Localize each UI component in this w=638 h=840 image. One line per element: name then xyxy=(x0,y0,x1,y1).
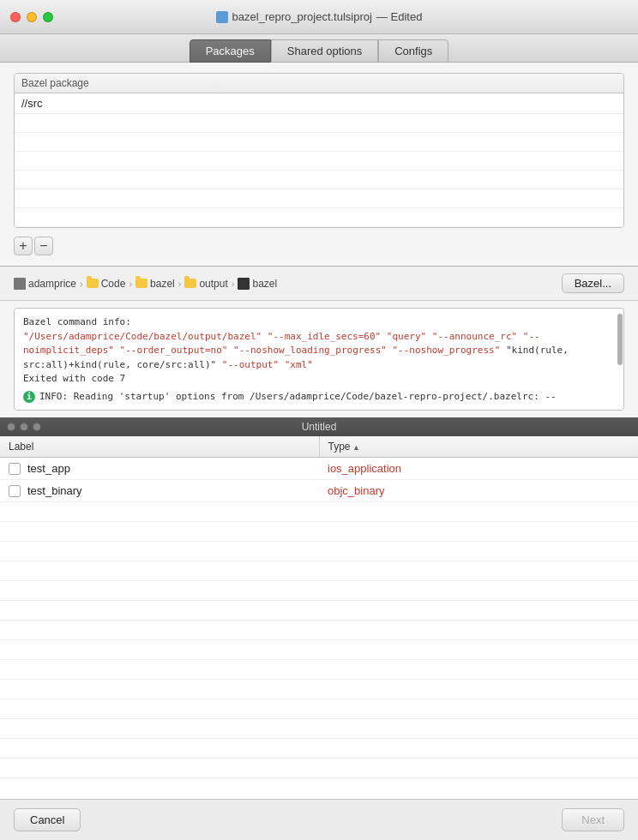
empty-row-8 xyxy=(0,640,638,660)
row-1-type: objc_binary xyxy=(319,480,638,502)
empty-row-2 xyxy=(0,522,638,542)
breadcrumb-bazel-label: bazel xyxy=(150,278,175,290)
log-exit-code: Exited with code 7 xyxy=(23,373,125,384)
breadcrumb-sep-4: › xyxy=(232,279,235,289)
breadcrumb: adamprice › Code › bazel › output › baze… xyxy=(14,278,277,290)
breadcrumb-sep-3: › xyxy=(178,279,182,289)
scroll-thumb[interactable] xyxy=(617,314,623,365)
package-row-3[interactable] xyxy=(15,152,623,171)
breadcrumb-sep-2: › xyxy=(129,279,132,289)
package-table: Bazel package //src xyxy=(14,73,624,228)
breadcrumb-sep-1: › xyxy=(80,279,83,289)
empty-row-14 xyxy=(0,759,638,778)
breadcrumb-output[interactable]: output xyxy=(184,278,227,290)
mini-close[interactable] xyxy=(7,423,15,431)
log-command-line: "/Users/adamprice/Code/bazel/output/baze… xyxy=(23,331,569,370)
row-1-checkbox[interactable] xyxy=(9,485,21,497)
log-info-text: INFO: Reading 'startup' options from /Us… xyxy=(39,390,557,405)
col-header-label[interactable]: Label xyxy=(0,436,319,458)
table-row[interactable]: test_app ios_application xyxy=(0,458,638,480)
remove-package-button[interactable]: − xyxy=(34,237,53,255)
tab-configs[interactable]: Configs xyxy=(378,39,448,63)
bazel-button[interactable]: Bazel... xyxy=(562,273,624,293)
filename-label: bazel_repro_project.tulsiproj xyxy=(232,10,372,23)
cancel-button[interactable]: Cancel xyxy=(14,808,81,831)
tab-packages[interactable]: Packages xyxy=(190,39,271,63)
package-row-2[interactable] xyxy=(15,133,623,152)
table-row[interactable]: test_binary objc_binary xyxy=(0,480,638,502)
lower-panel: Label Type test_app ios_application xyxy=(0,436,638,840)
empty-row-11 xyxy=(0,699,638,719)
maximize-button[interactable] xyxy=(43,12,53,22)
info-icon: i xyxy=(23,391,35,403)
breadcrumb-bazel-file[interactable]: bazel xyxy=(238,278,277,290)
folder-icon-3 xyxy=(184,279,196,288)
breadcrumb-bazel[interactable]: bazel xyxy=(135,278,175,290)
folder-icon-2 xyxy=(135,279,147,288)
package-row-1[interactable] xyxy=(15,114,623,133)
log-output[interactable]: Bazel command info: "/Users/adamprice/Co… xyxy=(14,308,624,411)
breadcrumb-bazel-file-label: bazel xyxy=(252,278,277,290)
package-table-header: Bazel package xyxy=(15,74,623,93)
results-table: Label Type test_app ios_application xyxy=(0,436,638,778)
row-1-label: test_binary xyxy=(0,480,319,501)
file-icon xyxy=(216,11,228,23)
add-remove-buttons: + − xyxy=(14,237,624,255)
log-command-info: Bazel command info: "/Users/adamprice/Co… xyxy=(23,315,615,387)
mini-minimize[interactable] xyxy=(20,423,28,431)
empty-row-7 xyxy=(0,621,638,640)
close-button[interactable] xyxy=(10,12,21,22)
mini-maximize[interactable] xyxy=(33,423,41,431)
empty-row-1 xyxy=(0,502,638,522)
row-0-type-text: ios_application xyxy=(328,462,401,475)
empty-row-13 xyxy=(0,739,638,759)
empty-row-4 xyxy=(0,561,638,581)
bazel-file-icon xyxy=(238,278,250,290)
package-row-6[interactable] xyxy=(15,208,623,227)
lower-window-titlebar: Untitled xyxy=(0,417,638,436)
next-button[interactable]: Next xyxy=(562,808,624,831)
breadcrumb-home[interactable]: adamprice xyxy=(14,278,76,290)
tab-shared-options[interactable]: Shared options xyxy=(271,39,378,63)
package-row-0[interactable]: //src xyxy=(15,93,623,114)
breadcrumb-code-label: Code xyxy=(101,278,126,290)
packages-panel: Bazel package //src + − xyxy=(0,63,638,267)
empty-row-10 xyxy=(0,680,638,699)
breadcrumb-output-label: output xyxy=(199,278,227,290)
log-info-line: i INFO: Reading 'startup' options from /… xyxy=(23,390,615,405)
col-header-type[interactable]: Type xyxy=(319,436,638,458)
empty-row-3 xyxy=(0,542,638,561)
tab-bar: Packages Shared options Configs xyxy=(0,34,638,63)
breadcrumb-code[interactable]: Code xyxy=(87,278,126,290)
results-table-wrapper[interactable]: Label Type test_app ios_application xyxy=(0,436,638,799)
row-0-type: ios_application xyxy=(319,458,638,480)
empty-row-5 xyxy=(0,581,638,601)
package-row-5[interactable] xyxy=(15,189,623,208)
row-0-checkbox[interactable] xyxy=(9,463,21,475)
divider-traffic xyxy=(7,423,41,431)
divider-row: Untitled xyxy=(0,421,638,433)
log-area-wrapper: Bazel command info: "/Users/adamprice/Co… xyxy=(0,301,638,417)
edited-label: — Edited xyxy=(376,10,423,23)
home-icon xyxy=(14,278,26,290)
traffic-lights xyxy=(10,12,53,22)
results-table-body: test_app ios_application test_binary obj… xyxy=(0,458,638,778)
bottom-bar: Cancel Next xyxy=(0,799,638,840)
log-path: "/Users/adamprice/Code/bazel/output/baze… xyxy=(23,331,262,342)
add-package-button[interactable]: + xyxy=(14,237,33,255)
results-table-head: Label Type xyxy=(0,436,638,458)
window-title: bazel_repro_project.tulsiproj — Edited xyxy=(216,10,423,23)
breadcrumb-home-label: adamprice xyxy=(28,278,76,290)
row-1-type-text: objc_binary xyxy=(328,484,385,497)
folder-icon-1 xyxy=(87,279,99,288)
minimize-button[interactable] xyxy=(27,12,37,22)
empty-row-6 xyxy=(0,601,638,621)
empty-row-12 xyxy=(0,719,638,739)
row-0-label: test_app xyxy=(0,458,319,479)
titlebar: bazel_repro_project.tulsiproj — Edited xyxy=(0,0,638,34)
lower-window-title: Untitled xyxy=(302,421,337,433)
breadcrumb-row: adamprice › Code › bazel › output › baze… xyxy=(0,267,638,301)
package-row-4[interactable] xyxy=(15,171,623,189)
empty-row-9 xyxy=(0,660,638,680)
